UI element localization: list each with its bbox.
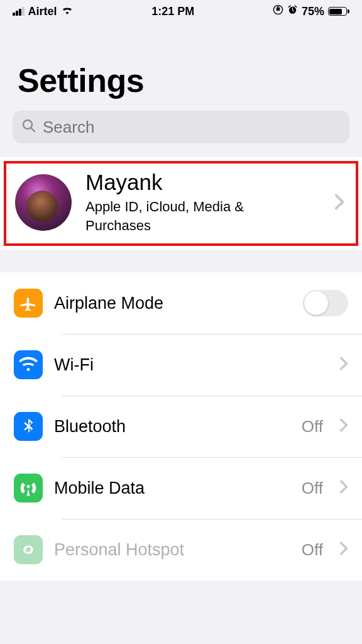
search-field[interactable]	[13, 111, 349, 143]
row-label: Airplane Mode	[54, 294, 292, 313]
apple-id-subtitle: Apple ID, iCloud, Media & Purchases	[85, 197, 274, 235]
chevron-right-icon	[339, 480, 348, 496]
search-container	[0, 111, 362, 157]
chevron-right-icon	[339, 357, 348, 373]
airplane-toggle[interactable]	[303, 290, 348, 316]
chevron-right-icon	[334, 193, 344, 214]
carrier-label: Airtel	[28, 5, 57, 18]
wifi-status-icon	[61, 5, 74, 18]
orientation-lock-icon	[273, 4, 283, 18]
apple-id-text: Mayank Apple ID, iCloud, Media & Purchas…	[85, 170, 274, 235]
status-time: 1:21 PM	[151, 5, 194, 18]
row-personal-hotspot[interactable]: Personal Hotspot Off	[0, 519, 362, 580]
row-airplane-mode[interactable]: Airplane Mode	[0, 272, 362, 334]
status-right: 75%	[273, 4, 349, 18]
antenna-icon	[14, 474, 43, 502]
row-label: Mobile Data	[54, 479, 290, 498]
bluetooth-icon	[14, 412, 43, 441]
row-bluetooth[interactable]: Bluetooth Off	[0, 396, 362, 457]
row-label: Personal Hotspot	[54, 540, 290, 560]
airplane-icon	[14, 289, 43, 318]
row-label: Wi-Fi	[54, 355, 328, 375]
battery-icon	[328, 7, 349, 16]
chevron-right-icon	[339, 418, 348, 435]
svg-line-3	[31, 128, 35, 132]
apple-id-row[interactable]: Mayank Apple ID, iCloud, Media & Purchas…	[4, 161, 358, 246]
avatar	[15, 174, 72, 231]
row-value: Off	[302, 479, 323, 498]
section-gap	[0, 250, 362, 272]
chevron-right-icon	[339, 541, 348, 558]
status-left: Airtel	[13, 5, 74, 18]
alarm-icon	[287, 4, 298, 18]
page-title: Settings	[0, 23, 362, 111]
wifi-icon	[14, 350, 43, 379]
apple-id-name: Mayank	[85, 170, 274, 195]
settings-list: Airplane Mode Wi-Fi Bluetooth Off Mobile…	[0, 272, 362, 580]
row-value: Off	[302, 540, 323, 560]
row-mobile-data[interactable]: Mobile Data Off	[0, 457, 362, 519]
row-label: Bluetooth	[54, 417, 290, 436]
hotspot-icon	[14, 535, 43, 564]
search-icon	[21, 118, 36, 136]
cellular-signal-icon	[13, 7, 25, 16]
search-input[interactable]	[43, 118, 341, 137]
status-bar: Airtel 1:21 PM 75%	[0, 0, 362, 23]
apple-id-section: Mayank Apple ID, iCloud, Media & Purchas…	[0, 157, 362, 250]
row-value: Off	[302, 417, 323, 436]
row-wifi[interactable]: Wi-Fi	[0, 334, 362, 396]
battery-percent: 75%	[302, 5, 324, 18]
